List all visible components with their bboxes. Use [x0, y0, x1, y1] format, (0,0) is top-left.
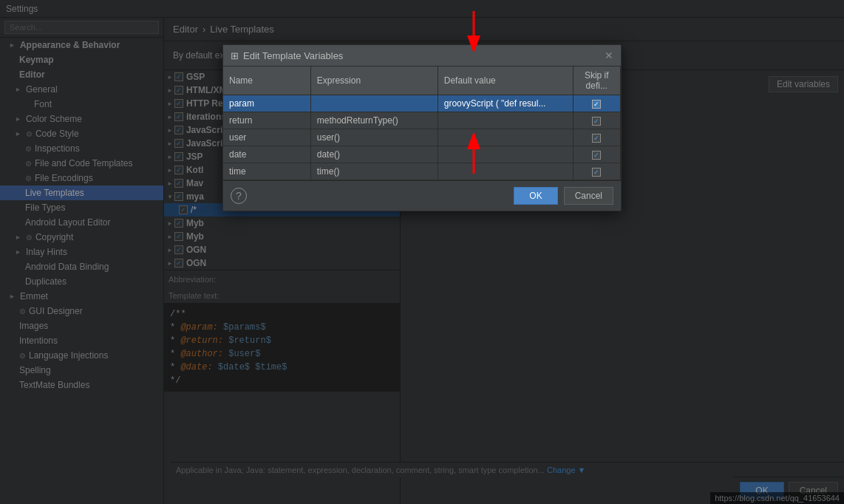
- modal-overlay: ⊞ Edit Template Variables ✕ Name Express…: [0, 0, 844, 504]
- vars-table-container: Name Expression Default value Skip if de…: [223, 67, 621, 180]
- cell-name: date: [223, 146, 310, 163]
- cell-expression: time(): [310, 163, 438, 180]
- col-header-name: Name: [223, 67, 310, 95]
- modal-ok-button[interactable]: OK: [514, 187, 557, 205]
- modal-title-bar: ⊞ Edit Template Variables ✕: [223, 45, 621, 67]
- modal-close-button[interactable]: ✕: [605, 50, 613, 61]
- table-row[interactable]: time time() ✓: [223, 163, 621, 180]
- cell-name: return: [223, 112, 310, 129]
- col-header-expression: Expression: [310, 67, 438, 95]
- cell-skip: ✓: [573, 95, 621, 112]
- help-button[interactable]: ?: [231, 188, 247, 204]
- vars-table-body: param groovyScript ( "def resul... ✓ ret…: [223, 95, 621, 180]
- cell-skip: ✓: [573, 112, 621, 129]
- cell-expression: user(): [310, 129, 438, 146]
- modal-dialog: ⊞ Edit Template Variables ✕ Name Express…: [222, 44, 622, 211]
- modal-footer: ? OK Cancel: [223, 180, 621, 211]
- cell-default: groovyScript ( "def resul...: [438, 95, 573, 112]
- cell-name: time: [223, 163, 310, 180]
- cell-default: [438, 146, 573, 163]
- cell-default: [438, 112, 573, 129]
- cell-expression: date(): [310, 146, 438, 163]
- cell-skip: ✓: [573, 163, 621, 180]
- cell-default: [438, 163, 573, 180]
- modal-action-buttons: OK Cancel: [514, 187, 613, 205]
- table-row[interactable]: param groovyScript ( "def resul... ✓: [223, 95, 621, 112]
- cell-skip: ✓: [573, 129, 621, 146]
- cell-expression: methodReturnType(): [310, 112, 438, 129]
- cell-default: [438, 129, 573, 146]
- vars-table: Name Expression Default value Skip if de…: [223, 67, 621, 180]
- modal-body: Name Expression Default value Skip if de…: [223, 67, 621, 180]
- modal-title-icon: ⊞: [231, 50, 239, 61]
- cell-skip: ✓: [573, 146, 621, 163]
- table-row[interactable]: date date() ✓: [223, 146, 621, 163]
- cell-name: user: [223, 129, 310, 146]
- table-row[interactable]: user user() ✓: [223, 129, 621, 146]
- col-header-skip: Skip if defi...: [573, 67, 621, 95]
- cell-name: param: [223, 95, 310, 112]
- col-header-default: Default value: [438, 67, 573, 95]
- modal-cancel-button[interactable]: Cancel: [564, 187, 613, 205]
- modal-title: ⊞ Edit Template Variables: [231, 50, 343, 61]
- modal-title-text: Edit Template Variables: [243, 50, 343, 61]
- cell-expression: [310, 95, 438, 112]
- table-row[interactable]: return methodReturnType() ✓: [223, 112, 621, 129]
